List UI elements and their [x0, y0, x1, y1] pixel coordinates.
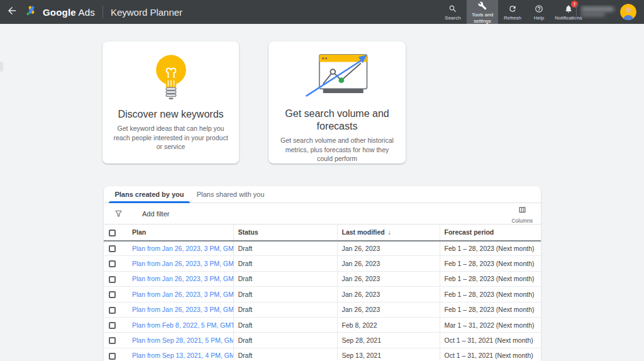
google-ads-logo[interactable]: Google Ads	[25, 4, 95, 19]
topbar-divider	[576, 4, 577, 19]
bell-icon: !	[564, 4, 573, 13]
status-cell: Draft	[233, 241, 337, 256]
plans-panel: Plans created by you Plans shared with y…	[104, 186, 541, 361]
forecast-period-cell: Oct 1 – 31, 2021 (Next month)	[440, 333, 541, 348]
table-header-row: Plan Status Last modified↓ Forecast peri…	[104, 225, 541, 241]
last-modified-cell: Jan 26, 2023	[337, 287, 440, 302]
refresh-icon	[508, 4, 517, 13]
forecast-chart-icon	[297, 42, 377, 108]
sort-descending-icon: ↓	[388, 229, 391, 236]
back-button[interactable]	[0, 0, 24, 24]
plan-link[interactable]: Plan from Jan 26, 2023, 3 PM, GMT-07:00	[132, 245, 233, 252]
get-search-volume-card[interactable]: Get search volume and forecasts Get sear…	[269, 42, 406, 164]
forecast-period-cell: Feb 1 – 28, 2023 (Next month)	[440, 256, 541, 271]
plans-tabs: Plans created by you Plans shared with y…	[104, 186, 541, 203]
table-row: Plan from Sep 28, 2021, 5 PM, GMT-07:00D…	[104, 333, 541, 348]
table-row: Plan from Sep 13, 2021, 4 PM, GMT-07:00D…	[104, 348, 541, 361]
avatar[interactable]	[620, 4, 636, 20]
discover-new-keywords-card[interactable]: Discover new keywords Get keyword ideas …	[103, 42, 239, 164]
page-title: Keyword Planner	[111, 7, 182, 18]
account-info-redacted	[580, 5, 618, 19]
help-icon	[535, 4, 543, 13]
help-button[interactable]: Help	[527, 0, 551, 24]
plan-link[interactable]: Plan from Jan 26, 2023, 3 PM, GMT-07:00	[132, 291, 233, 298]
plan-cell: Plan from Jan 26, 2023, 3 PM, GMT-07:00	[132, 302, 233, 317]
row-checkbox[interactable]	[109, 307, 116, 314]
wordmark: Google Ads	[43, 7, 95, 18]
top-app-bar: Google Ads Keyword Planner Search Tools …	[0, 0, 644, 24]
plans-table-body: Plan from Jan 26, 2023, 3 PM, GMT-07:00D…	[104, 241, 541, 361]
last-modified-cell: Jan 26, 2023	[337, 256, 440, 271]
collapsed-panel-handle[interactable]	[0, 62, 3, 72]
status-cell: Draft	[233, 256, 337, 271]
refresh-button[interactable]: Refresh	[498, 0, 527, 24]
row-checkbox[interactable]	[109, 245, 116, 252]
search-icon	[448, 4, 457, 13]
status-cell: Draft	[233, 302, 337, 317]
row-checkbox[interactable]	[109, 337, 116, 344]
card-title: Get search volume and forecasts	[269, 108, 406, 133]
column-header-status[interactable]: Status	[233, 225, 337, 241]
table-row: Plan from Feb 8, 2022, 5 PM, GMT-07:00Dr…	[104, 317, 541, 332]
add-filter-button[interactable]: Add filter	[142, 210, 169, 218]
card-description: Get search volume and other historical m…	[269, 133, 406, 164]
status-cell: Draft	[233, 333, 337, 348]
plan-cell: Plan from Sep 13, 2021, 4 PM, GMT-07:00	[132, 348, 233, 361]
last-modified-cell: Jan 26, 2023	[337, 271, 440, 286]
table-row: Plan from Jan 26, 2023, 3 PM, GMT-07:00D…	[104, 302, 541, 317]
table-row: Plan from Jan 26, 2023, 3 PM, GMT-07:00D…	[104, 256, 541, 271]
tools-and-settings-button[interactable]: Tools and settings	[467, 0, 498, 24]
column-header-forecast-period[interactable]: Forecast period	[440, 225, 541, 241]
status-cell: Draft	[233, 348, 337, 361]
search-button[interactable]: Search	[439, 0, 467, 24]
wrench-icon	[478, 1, 487, 10]
status-cell: Draft	[233, 317, 337, 332]
last-modified-cell: Jan 26, 2023	[337, 302, 440, 317]
plan-link[interactable]: Plan from Jan 26, 2023, 3 PM, GMT-07:00	[132, 306, 233, 313]
columns-button[interactable]: Columns	[511, 205, 533, 224]
row-checkbox[interactable]	[109, 260, 116, 267]
table-row: Plan from Jan 26, 2023, 3 PM, GMT-07:00D…	[104, 241, 541, 256]
back-arrow-icon	[6, 5, 18, 19]
plan-cell: Plan from Jan 26, 2023, 3 PM, GMT-07:00	[132, 287, 233, 302]
row-checkbox[interactable]	[109, 353, 116, 360]
card-description: Get keyword ideas that can help you reac…	[103, 121, 239, 152]
plan-link[interactable]: Plan from Jan 26, 2023, 3 PM, GMT-07:00	[132, 260, 233, 267]
column-header-last-modified[interactable]: Last modified↓	[337, 225, 440, 241]
table-row: Plan from Jan 26, 2023, 3 PM, GMT-07:00D…	[104, 287, 541, 302]
forecast-period-cell: Feb 1 – 28, 2023 (Next month)	[440, 302, 541, 317]
table-row: Plan from Jan 26, 2023, 3 PM, GMT-07:00D…	[104, 271, 541, 286]
forecast-period-cell: Feb 1 – 28, 2023 (Next month)	[440, 241, 541, 256]
last-modified-cell: Jan 26, 2023	[337, 241, 440, 256]
tab-plans-created-by-you[interactable]: Plans created by you	[109, 186, 190, 203]
last-modified-cell: Sep 13, 2021	[337, 348, 440, 361]
row-checkbox[interactable]	[109, 291, 116, 298]
status-cell: Draft	[233, 287, 337, 302]
row-checkbox[interactable]	[109, 276, 116, 283]
lightbulb-icon	[150, 42, 192, 108]
plan-cell: Plan from Sep 28, 2021, 5 PM, GMT-07:00	[132, 333, 233, 348]
card-title: Discover new keywords	[105, 108, 236, 121]
last-modified-cell: Sep 28, 2021	[337, 333, 440, 348]
plan-link[interactable]: Plan from Sep 28, 2021, 5 PM, GMT-07:00	[132, 336, 233, 344]
plan-cell: Plan from Jan 26, 2023, 3 PM, GMT-07:00	[132, 241, 233, 256]
topbar-nav: Search Tools and settings Refresh Help !	[439, 0, 586, 24]
plan-cell: Plan from Jan 26, 2023, 3 PM, GMT-07:00	[132, 256, 233, 271]
forecast-period-cell: Feb 1 – 28, 2023 (Next month)	[440, 271, 541, 286]
columns-icon	[518, 205, 527, 217]
google-ads-logo-icon	[25, 4, 38, 19]
status-cell: Draft	[233, 271, 337, 286]
column-header-plan[interactable]: Plan	[132, 225, 233, 241]
filter-bar: Add filter Columns	[104, 203, 541, 224]
last-modified-cell: Feb 8, 2022	[337, 317, 440, 332]
forecast-period-cell: Mar 1 – 31, 2022 (Next month)	[440, 317, 541, 332]
forecast-period-cell: Feb 1 – 28, 2023 (Next month)	[440, 287, 541, 302]
plan-link[interactable]: Plan from Jan 26, 2023, 3 PM, GMT-07:00	[132, 275, 233, 282]
select-all-checkbox[interactable]	[109, 230, 116, 236]
row-checkbox[interactable]	[109, 322, 116, 329]
tab-plans-shared-with-you[interactable]: Plans shared with you	[190, 186, 271, 203]
notification-badge: !	[571, 1, 578, 8]
plan-link[interactable]: Plan from Feb 8, 2022, 5 PM, GMT-07:00	[132, 321, 233, 329]
filter-funnel-icon[interactable]	[114, 209, 123, 218]
plan-link[interactable]: Plan from Sep 13, 2021, 4 PM, GMT-07:00	[132, 352, 233, 359]
